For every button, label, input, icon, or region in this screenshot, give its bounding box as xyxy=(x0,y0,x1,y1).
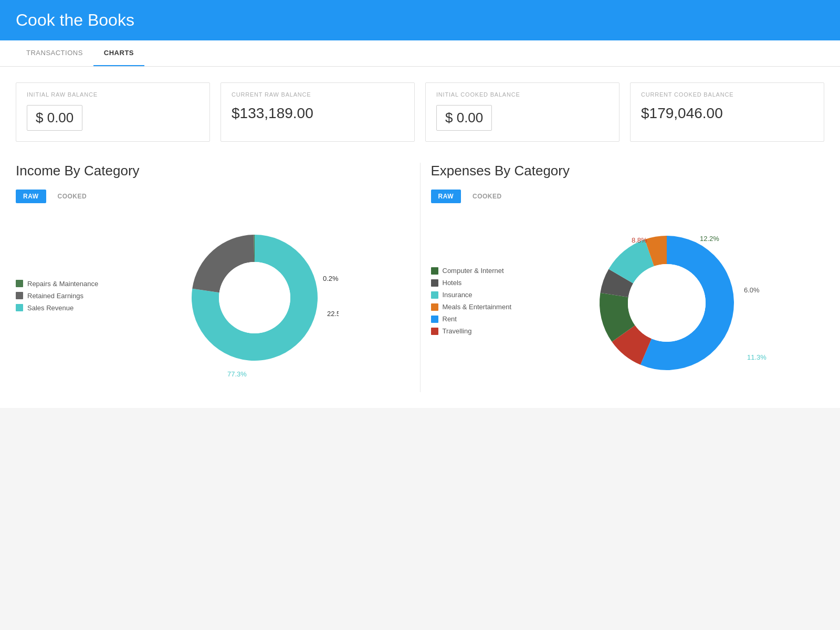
expenses-raw-toggle[interactable]: RAW xyxy=(431,190,461,203)
current-raw-value: $133,189.00 xyxy=(232,105,313,121)
legend-travelling-label: Travelling xyxy=(443,327,472,335)
app-header: Cook the Books xyxy=(0,0,840,40)
income-center xyxy=(219,262,290,333)
nav-charts[interactable]: CHARTS xyxy=(93,40,144,66)
charts-row: Income By Category RAW COOKED Repairs & … xyxy=(16,163,824,392)
legend-retained: Retained Earnings xyxy=(16,292,100,300)
income-toggle-group: RAW COOKED xyxy=(16,190,410,203)
expenses-chart-col: 8.8% 12.2% 6.0% 11.3% 5.3% 56.4% xyxy=(515,214,825,392)
legend-repairs-label: Repairs & Maintenance xyxy=(27,280,98,288)
expenses-toggle-group: RAW COOKED xyxy=(431,190,825,203)
initial-cooked-label: INITIAL COOKED BALANCE xyxy=(436,91,608,98)
legend-meals-label: Meals & Entertainment xyxy=(443,303,512,311)
expenses-chart-title: Expenses By Category xyxy=(431,163,825,179)
current-cooked-balance-card: CURRENT COOKED BALANCE $179,046.00 xyxy=(630,82,824,142)
expenses-center xyxy=(628,264,706,342)
income-label-retained: 22.5% xyxy=(327,310,339,318)
current-cooked-value: $179,046.00 xyxy=(641,105,723,121)
income-chart-title: Income By Category xyxy=(16,163,410,179)
legend-computer-color xyxy=(431,267,438,275)
expenses-chart-section: Expenses By Category RAW COOKED Computer… xyxy=(420,163,825,392)
expenses-cooked-toggle[interactable]: COOKED xyxy=(465,190,509,203)
legend-meals: Meals & Entertainment xyxy=(431,303,515,311)
initial-raw-balance-card: INITIAL RAW BALANCE $ 0.00 xyxy=(16,82,210,142)
income-cooked-toggle[interactable]: COOKED xyxy=(50,190,94,203)
legend-computer-label: Computer & Internet xyxy=(443,267,504,275)
exp-label-computer: 12.2% xyxy=(700,235,719,243)
nav-transactions[interactable]: TRANSACTIONS xyxy=(16,40,93,66)
legend-insurance-color xyxy=(431,291,438,299)
balance-row: INITIAL RAW BALANCE $ 0.00 CURRENT RAW B… xyxy=(16,82,824,142)
income-raw-toggle[interactable]: RAW xyxy=(16,190,46,203)
legend-retained-color xyxy=(16,292,23,299)
expenses-donut-area: Computer & Internet Hotels Insurance Mea… xyxy=(431,214,825,392)
expenses-donut-svg: 8.8% 12.2% 6.0% 11.3% 5.3% 56.4% xyxy=(570,214,769,392)
legend-travelling-color xyxy=(431,328,438,335)
legend-meals-color xyxy=(431,303,438,311)
legend-repairs: Repairs & Maintenance xyxy=(16,280,100,288)
income-donut-svg: 0.2% 22.5% 77.3% xyxy=(171,214,339,382)
legend-repairs-color xyxy=(16,280,23,287)
current-raw-label: CURRENT RAW BALANCE xyxy=(232,91,404,98)
current-raw-balance-card: CURRENT RAW BALANCE $133,189.00 xyxy=(220,82,415,142)
income-chart-col: 0.2% 22.5% 77.3% xyxy=(100,214,410,382)
app-title: Cook the Books xyxy=(16,10,134,29)
legend-hotels-color xyxy=(431,279,438,287)
legend-insurance-label: Insurance xyxy=(443,291,472,299)
income-label-sales: 77.3% xyxy=(227,370,247,378)
exp-label-travelling: 8.8% xyxy=(632,236,647,244)
legend-rent-label: Rent xyxy=(443,315,457,323)
legend-retained-label: Retained Earnings xyxy=(27,292,83,300)
initial-raw-value: $ 0.00 xyxy=(27,105,82,131)
income-label-repairs: 0.2% xyxy=(323,275,339,282)
expenses-legend: Computer & Internet Hotels Insurance Mea… xyxy=(431,267,515,339)
initial-cooked-value: $ 0.00 xyxy=(436,105,492,131)
initial-raw-label: INITIAL RAW BALANCE xyxy=(27,91,199,98)
legend-travelling: Travelling xyxy=(431,327,515,335)
current-cooked-label: CURRENT COOKED BALANCE xyxy=(641,91,813,98)
legend-hotels: Hotels xyxy=(431,279,515,287)
exp-label-insurance: 11.3% xyxy=(747,353,766,361)
initial-cooked-balance-card: INITIAL COOKED BALANCE $ 0.00 xyxy=(425,82,620,142)
legend-sales-label: Sales Revenue xyxy=(27,304,74,312)
legend-computer: Computer & Internet xyxy=(431,267,515,275)
legend-sales: Sales Revenue xyxy=(16,304,100,312)
legend-rent: Rent xyxy=(431,315,515,323)
income-legend: Repairs & Maintenance Retained Earnings … xyxy=(16,280,100,316)
income-donut-area: Repairs & Maintenance Retained Earnings … xyxy=(16,214,410,382)
exp-label-hotels: 6.0% xyxy=(744,286,760,294)
legend-sales-color xyxy=(16,304,23,311)
legend-insurance: Insurance xyxy=(431,291,515,299)
legend-rent-color xyxy=(431,316,438,323)
legend-hotels-label: Hotels xyxy=(443,279,462,287)
nav-bar: TRANSACTIONS CHARTS xyxy=(0,40,840,67)
main-content: INITIAL RAW BALANCE $ 0.00 CURRENT RAW B… xyxy=(0,67,840,408)
income-chart-section: Income By Category RAW COOKED Repairs & … xyxy=(16,163,420,392)
